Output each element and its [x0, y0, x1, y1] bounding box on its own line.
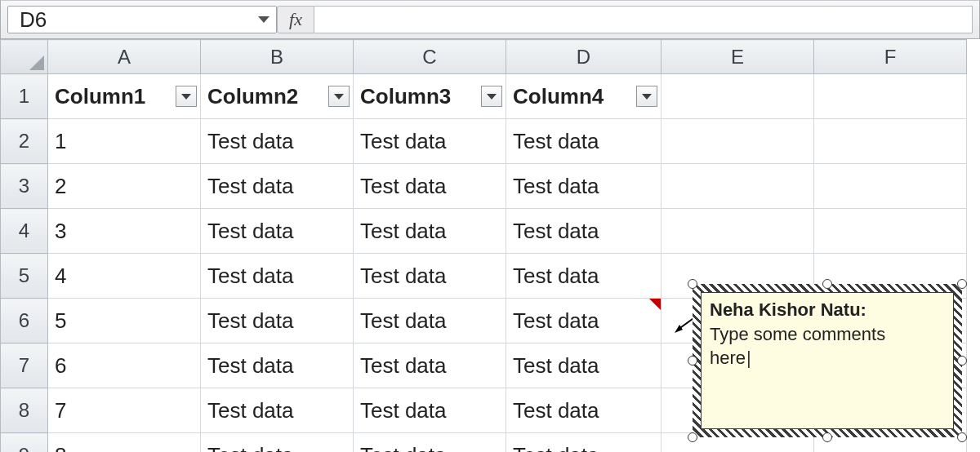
row-header-9[interactable]: 9 [1, 433, 48, 453]
cell-F4[interactable] [814, 209, 967, 254]
cell-comment-box[interactable]: Neha Kishor Natu: Type some comments her… [693, 284, 962, 437]
filter-dropdown-icon[interactable] [176, 86, 197, 107]
cell-A4[interactable]: 3 [48, 209, 201, 254]
name-box[interactable]: D6 [7, 6, 277, 33]
resize-handle[interactable] [688, 432, 697, 442]
cell-A5[interactable]: 4 [48, 254, 201, 299]
cell-C5[interactable]: Test data [354, 254, 506, 299]
row-header-2[interactable]: 2 [1, 119, 48, 164]
cell-D3[interactable]: Test data [506, 164, 662, 209]
cell-C3[interactable]: Test data [354, 164, 506, 209]
select-all-corner[interactable] [1, 40, 48, 74]
cell-C6[interactable]: Test data [354, 299, 506, 343]
cell-D4[interactable]: Test data [506, 209, 662, 254]
column-header-E[interactable]: E [662, 40, 814, 74]
row-header-3[interactable]: 3 [1, 164, 48, 209]
cell-B3[interactable]: Test data [201, 164, 354, 209]
cell-C7[interactable]: Test data [354, 343, 506, 388]
cell-E1[interactable] [662, 74, 814, 119]
cell-E2[interactable] [662, 119, 814, 164]
comment-body-line: Type some comments [710, 322, 945, 347]
cell-D7[interactable]: Test data [506, 343, 662, 388]
cell-A1[interactable]: Column1 [48, 74, 201, 119]
cell-A8[interactable]: 7 [48, 388, 201, 433]
resize-handle[interactable] [688, 279, 697, 289]
cell-A6[interactable]: 5 [48, 299, 201, 343]
cell-A7[interactable]: 6 [48, 343, 201, 388]
cell-D1[interactable]: Column4 [506, 74, 662, 119]
filter-dropdown-icon[interactable] [636, 86, 657, 107]
cell-D8[interactable]: Test data [506, 388, 662, 433]
resize-handle[interactable] [957, 279, 967, 289]
cell-B6[interactable]: Test data [201, 299, 354, 343]
cell-C2[interactable]: Test data [354, 119, 506, 164]
filter-dropdown-icon[interactable] [328, 86, 350, 107]
formula-bar: D6 fx [0, 0, 980, 39]
chevron-down-icon[interactable] [258, 16, 270, 23]
resize-handle[interactable] [822, 432, 832, 442]
cell-C8[interactable]: Test data [354, 388, 506, 433]
row-header-4[interactable]: 4 [1, 209, 48, 254]
cell-B1[interactable]: Column2 [201, 74, 354, 119]
row-header-8[interactable]: 8 [1, 388, 48, 433]
table-header-label: Column1 [55, 84, 145, 109]
column-header-F[interactable]: F [814, 40, 967, 74]
resize-handle[interactable] [822, 279, 832, 289]
formula-input-area: fx [277, 6, 973, 33]
comment-indicator-icon[interactable] [649, 299, 661, 310]
cell-C1[interactable]: Column3 [354, 74, 506, 119]
spreadsheet-grid[interactable]: ABCDEF1Column1Column2Column3Column421Tes… [0, 39, 980, 452]
name-box-value: D6 [20, 7, 253, 33]
column-header-B[interactable]: B [201, 40, 354, 74]
filter-dropdown-icon[interactable] [481, 86, 502, 107]
cell-B8[interactable]: Test data [201, 388, 354, 433]
comment-content[interactable]: Neha Kishor Natu: Type some comments her… [701, 292, 954, 429]
cell-C9[interactable]: Test data [354, 433, 506, 453]
cell-E4[interactable] [662, 209, 814, 254]
fx-button[interactable]: fx [277, 6, 314, 33]
cell-B5[interactable]: Test data [201, 254, 354, 299]
resize-handle[interactable] [957, 356, 967, 366]
cell-D5[interactable]: Test data [506, 254, 662, 299]
cell-A3[interactable]: 2 [48, 164, 201, 209]
resize-handle[interactable] [688, 356, 697, 366]
table-header-label: Column4 [513, 84, 604, 109]
row-header-7[interactable]: 7 [1, 343, 48, 388]
fx-label: fx [289, 9, 302, 30]
column-header-A[interactable]: A [48, 40, 201, 74]
cell-E3[interactable] [662, 164, 814, 209]
cell-A2[interactable]: 1 [48, 119, 201, 164]
cell-F3[interactable] [814, 164, 967, 209]
resize-handle[interactable] [957, 432, 967, 442]
row-header-5[interactable]: 5 [1, 254, 48, 299]
table-header-label: Column3 [360, 84, 451, 109]
cell-B4[interactable]: Test data [201, 209, 354, 254]
column-header-D[interactable]: D [506, 40, 662, 74]
cell-D9[interactable]: Test data [506, 433, 662, 453]
cell-B2[interactable]: Test data [201, 119, 354, 164]
cell-A9[interactable]: 8 [48, 433, 201, 453]
cell-B9[interactable]: Test data [201, 433, 354, 453]
cell-F1[interactable] [814, 74, 967, 119]
cell-C4[interactable]: Test data [354, 209, 506, 254]
cell-D6[interactable]: Test data [506, 299, 662, 343]
cell-F2[interactable] [814, 119, 967, 164]
formula-input[interactable] [314, 6, 973, 33]
table-header-label: Column2 [207, 84, 298, 109]
comment-body-line: here [710, 346, 945, 370]
comment-author: Neha Kishor Natu: [710, 298, 945, 322]
column-header-C[interactable]: C [354, 40, 506, 74]
cell-D2[interactable]: Test data [506, 119, 662, 164]
row-header-1[interactable]: 1 [1, 74, 48, 119]
row-header-6[interactable]: 6 [1, 299, 48, 343]
cell-B7[interactable]: Test data [201, 343, 354, 388]
